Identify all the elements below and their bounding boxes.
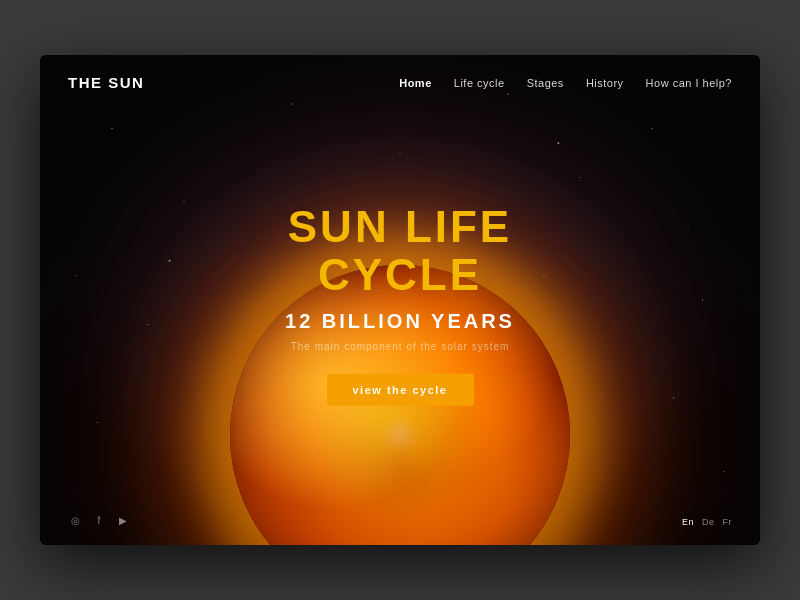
- youtube-icon[interactable]: ▶: [116, 513, 130, 527]
- hero-years: 12 BILLION YEARS: [220, 309, 580, 332]
- hero-main-title: SUN LIFE CYCLE: [220, 203, 580, 300]
- browser-window: THE SUN Home Life cycle Stages History H…: [40, 55, 760, 545]
- nav-item-stages[interactable]: Stages: [527, 73, 564, 91]
- navbar: THE SUN Home Life cycle Stages History H…: [40, 55, 760, 109]
- nav-item-help[interactable]: How can I help?: [646, 73, 732, 91]
- social-links: ◎ f ▶: [68, 513, 130, 527]
- facebook-icon[interactable]: f: [92, 513, 106, 527]
- nav-item-home[interactable]: Home: [399, 73, 432, 91]
- site-logo[interactable]: THE SUN: [68, 74, 144, 91]
- language-switcher: En De Fr: [682, 517, 732, 527]
- lang-fr[interactable]: Fr: [723, 517, 733, 527]
- lang-en[interactable]: En: [682, 517, 694, 527]
- hero-content: SUN LIFE CYCLE 12 BILLION YEARS The main…: [220, 203, 580, 406]
- nav-item-history[interactable]: History: [586, 73, 624, 91]
- instagram-icon[interactable]: ◎: [68, 513, 82, 527]
- view-cycle-button[interactable]: View the cycle: [327, 373, 474, 405]
- nav-item-lifecycle[interactable]: Life cycle: [454, 73, 505, 91]
- hero-section: THE SUN Home Life cycle Stages History H…: [40, 55, 760, 545]
- lang-de[interactable]: De: [702, 517, 715, 527]
- nav-menu: Home Life cycle Stages History How can I…: [399, 73, 732, 91]
- hero-description: The main component of the solar system: [220, 340, 580, 351]
